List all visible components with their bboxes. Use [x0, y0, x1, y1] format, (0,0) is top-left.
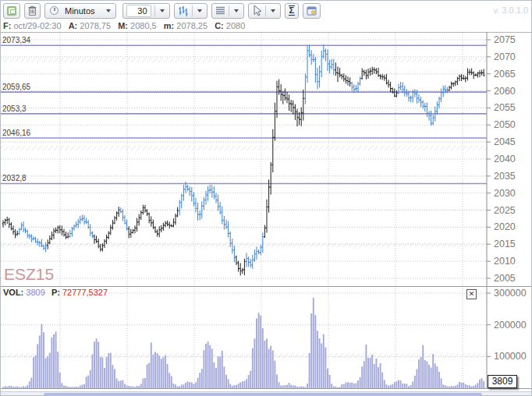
- price-chart-canvas[interactable]: 2073,342059,652053,32046,162032,8ESZ1520…: [1, 32, 532, 287]
- chevron-down-icon: [197, 9, 202, 12]
- chevron-down-icon: [271, 9, 275, 12]
- price-total-value: 72777,5327: [62, 288, 108, 297]
- timeframe-label: Minutos: [63, 4, 97, 18]
- chart-properties-icon: [307, 6, 317, 16]
- y-axis-tick-label: 200000: [494, 320, 527, 331]
- chevron-down-icon: [160, 9, 165, 12]
- hatch-band: [1, 242, 487, 247]
- indicators-dropdown[interactable]: [211, 3, 244, 19]
- period-value-field[interactable]: 30: [126, 5, 151, 17]
- volume-panel-close-button[interactable]: ✕: [466, 289, 477, 299]
- hatch-band: [1, 146, 487, 150]
- info-label-open: A:: [69, 21, 78, 30]
- properties-button[interactable]: [303, 3, 321, 19]
- y-axis-tick-label: 2020: [494, 221, 516, 232]
- chart-type-dropdown[interactable]: [174, 3, 207, 19]
- y-axis-tick-label: 300000: [494, 288, 527, 299]
- y-axis-tick-label: 100000: [494, 351, 527, 362]
- price-total-label: P:: [51, 288, 60, 297]
- price-level-label: 2046,16: [2, 129, 31, 137]
- chevron-down-icon: [234, 9, 239, 12]
- y-axis-tick-label: 2050: [494, 119, 516, 130]
- y-axis-tick-label: 2005: [494, 273, 516, 284]
- save-button[interactable]: [3, 3, 20, 19]
- y-axis-tick-label: 2065: [494, 69, 516, 80]
- delete-button[interactable]: [24, 3, 41, 19]
- last-volume-readout: 3809: [488, 375, 517, 388]
- y-axis-tick-label: 2075: [494, 34, 516, 45]
- info-value-date: oct/29-02:30: [13, 21, 61, 30]
- info-label-low: m:: [164, 21, 174, 30]
- clock-icon: [50, 6, 59, 15]
- toolbar: Minutos 30 Σ: [1, 1, 532, 20]
- divider: [192, 5, 193, 16]
- divider: [154, 5, 155, 16]
- info-value-open: 2078,75: [80, 21, 111, 30]
- info-value-close: 2080: [226, 21, 245, 30]
- price-level-label: 2053,3: [2, 104, 27, 113]
- sum-button[interactable]: Σ: [285, 3, 300, 19]
- timeframe-dropdown[interactable]: Minutos: [44, 3, 116, 19]
- cursor-tool-dropdown[interactable]: [248, 3, 281, 19]
- version-label: v. 3.0.1.0: [494, 5, 528, 15]
- info-label-high: M:: [118, 21, 128, 30]
- trash-icon: [28, 5, 37, 16]
- chevron-down-icon: [106, 9, 111, 12]
- y-axis-tick-label: 2045: [494, 136, 516, 147]
- horizontal-scrollbar[interactable]: [1, 391, 532, 396]
- y-axis-tick-label: 2010: [494, 256, 516, 267]
- y-axis-tick-label: 2015: [494, 239, 516, 249]
- y-axis-tick-label: 2025: [494, 205, 516, 216]
- y-axis-tick-label: 2060: [494, 86, 516, 97]
- info-label-date: F:: [3, 21, 11, 30]
- hatch-band: [1, 353, 487, 358]
- list-icon: [215, 6, 225, 15]
- info-value-low: 2078,25: [176, 21, 207, 30]
- ohlc-bars-blue: [18, 44, 448, 269]
- y-axis-tick-label: 2030: [494, 188, 516, 199]
- volume-chart-canvas[interactable]: 300000200000100000: [1, 287, 532, 389]
- volume-label: VOL:: [3, 288, 23, 297]
- volume-value: 3809: [26, 288, 44, 297]
- y-axis-tick-label: 2070: [494, 51, 516, 62]
- y-axis-tick-label: 2055: [494, 102, 516, 113]
- scrollbar-thumb[interactable]: [44, 393, 482, 396]
- price-level-label: 2032,8: [2, 174, 27, 182]
- info-label-close: C:: [215, 21, 224, 30]
- price-level-label: 2059,65: [2, 83, 31, 91]
- info-value-high: 2080,5: [130, 21, 157, 30]
- divider: [229, 5, 229, 16]
- volume-bars: [3, 298, 484, 388]
- y-axis-tick-label: 2035: [494, 171, 516, 182]
- y-axis-tick-label: 2040: [494, 154, 516, 164]
- symbol-watermark: ESZ15: [4, 265, 54, 283]
- pointer-arrow-icon: [252, 5, 262, 16]
- volume-header: VOL: 3809 P: 72777,5327: [3, 288, 108, 297]
- price-level-label: 2073,34: [2, 36, 31, 44]
- save-icon: [7, 6, 16, 16]
- ohlc-info-bar: F: oct/29-02:30 A: 2078,75 M: 2080,5 m: …: [3, 21, 250, 31]
- trading-app-window: Minutos 30 Σ: [0, 0, 532, 396]
- divider: [265, 5, 266, 16]
- sigma-icon: Σ: [289, 5, 296, 16]
- period-dropdown[interactable]: 30: [122, 3, 170, 19]
- hatch-band: [1, 58, 487, 62]
- ohlc-bars-icon: [178, 5, 189, 16]
- volume-bars-outline: [3, 298, 484, 388]
